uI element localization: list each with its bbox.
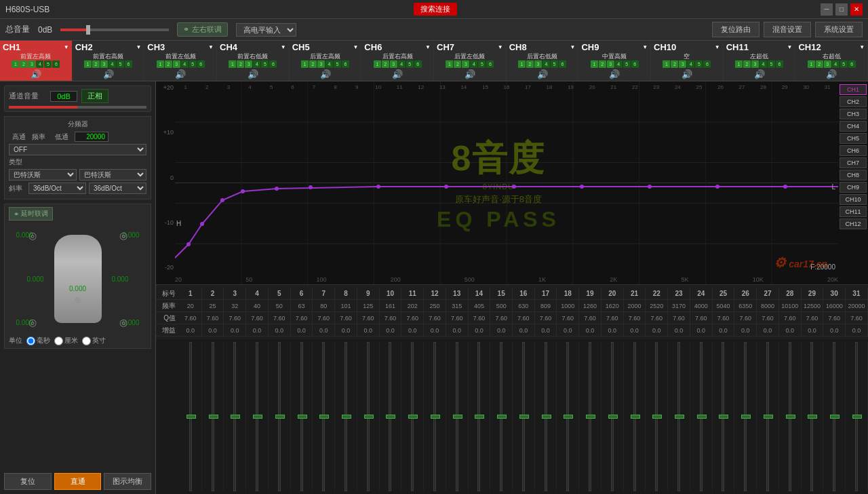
eq-cell-4[interactable]: 50 [269, 300, 291, 311]
eq-cell-14[interactable]: 7.60 [490, 312, 513, 324]
ch-num-1[interactable]: 1 [808, 60, 815, 68]
channel-tab-ch8[interactable]: CH8 ▼ 后置右低频 123456 🔊 [507, 41, 579, 81]
fader-thumb-7[interactable] [319, 415, 329, 419]
fader-thumb-11[interactable] [408, 415, 418, 419]
eq-cell-11[interactable]: 250 [424, 300, 446, 311]
eq-cell-6[interactable]: 0.0 [313, 324, 335, 336]
ch-num-3[interactable]: 3 [100, 60, 108, 68]
ch-num-3[interactable]: 3 [751, 60, 759, 68]
ch-num-3[interactable]: 3 [462, 60, 469, 68]
mute-icon[interactable]: 🔊 [103, 69, 114, 79]
eq-cell-5[interactable]: 7.60 [291, 312, 313, 324]
eq-cell-27[interactable]: 0.0 [779, 324, 802, 336]
ch-num-6[interactable]: 6 [776, 60, 783, 68]
ch-num-2[interactable]: 2 [599, 60, 606, 68]
ch-dropdown-icon[interactable]: ▼ [281, 44, 286, 50]
fader-thumb-29[interactable] [808, 415, 817, 419]
ch-dropdown-icon[interactable]: ▼ [787, 44, 792, 50]
channel-tab-ch4[interactable]: CH4 ▼ 前置右低频 123456 🔊 [217, 41, 290, 81]
eq-cell-9[interactable]: 161 [380, 300, 402, 311]
eq-cell-25[interactable]: 7.60 [734, 312, 757, 324]
eq-cell-25[interactable]: 0.0 [734, 324, 757, 336]
eq-cell-9[interactable]: 7.60 [380, 312, 402, 324]
eq-cell-20[interactable]: 2000 [624, 300, 646, 311]
eq-cell-1[interactable]: 0.0 [202, 324, 224, 336]
eq-cell-11[interactable]: 0.0 [424, 324, 446, 336]
eq-cell-24[interactable]: 0.0 [713, 324, 735, 336]
fader-track-16[interactable] [522, 342, 525, 491]
eq-cell-8[interactable]: 0.0 [357, 324, 380, 336]
ch-dropdown-icon[interactable]: ▼ [715, 44, 720, 50]
mute-icon[interactable]: 🔊 [248, 69, 258, 79]
reset-button[interactable]: 复位 [4, 473, 52, 490]
fader-thumb-3[interactable] [231, 415, 240, 419]
fader-thumb-21[interactable] [631, 415, 640, 419]
fader-track-8[interactable] [344, 342, 347, 491]
ch-num-6[interactable]: 6 [342, 60, 349, 68]
eq-cell-5[interactable]: 0.0 [291, 324, 313, 336]
input-select[interactable]: 高电平输入 [236, 23, 296, 37]
fader-thumb-8[interactable] [342, 415, 351, 419]
fader-track-19[interactable] [589, 342, 591, 491]
mute-icon[interactable]: 🔊 [609, 69, 620, 79]
link-button[interactable]: ⚭ 左右联调 [177, 22, 228, 37]
ch-num-2[interactable]: 2 [237, 60, 244, 68]
eq-cell-6[interactable]: 80 [313, 300, 335, 311]
fader-track-21[interactable] [633, 342, 636, 491]
ch-right-btn-ch12[interactable]: CH12 [840, 218, 867, 229]
ch-num-6[interactable]: 6 [52, 60, 60, 68]
eq-cell-29[interactable]: 7.60 [823, 312, 846, 324]
eq-cell-7[interactable]: 7.60 [335, 312, 357, 324]
ch-num-5[interactable]: 5 [261, 60, 269, 68]
ch-num-5[interactable]: 5 [478, 60, 486, 68]
ch-num-3[interactable]: 3 [679, 60, 686, 68]
eq-cell-26[interactable]: 7.60 [757, 312, 779, 324]
fader-track-4[interactable] [256, 342, 258, 491]
ch-num-2[interactable]: 2 [92, 60, 100, 68]
ch-dropdown-icon[interactable]: ▼ [570, 44, 575, 50]
eq-cell-29[interactable]: 16000 [823, 300, 846, 311]
eq-cell-21[interactable]: 0.0 [646, 324, 668, 336]
ch-dropdown-icon[interactable]: ▼ [425, 44, 431, 50]
eq-cell-26[interactable]: 8000 [757, 300, 779, 311]
eq-cell-12[interactable]: 315 [446, 300, 469, 311]
ch-num-3[interactable]: 3 [824, 60, 831, 68]
ch-num-1[interactable]: 1 [84, 60, 92, 68]
ch-num-6[interactable]: 6 [631, 60, 639, 68]
fader-track-5[interactable] [278, 342, 281, 491]
ch-num-6[interactable]: 6 [848, 60, 856, 68]
eq-cell-21[interactable]: 7.60 [646, 312, 668, 324]
eq-cell-28[interactable]: 12500 [802, 300, 824, 311]
fader-thumb-14[interactable] [475, 415, 484, 419]
ch-num-3[interactable]: 3 [317, 60, 325, 68]
fader-track-11[interactable] [411, 342, 414, 491]
fader-thumb-19[interactable] [586, 415, 595, 419]
eq-cell-16[interactable]: 7.60 [535, 312, 557, 324]
eq-cell-7[interactable]: 101 [335, 300, 357, 311]
eq-cell-22[interactable]: 7.60 [668, 312, 690, 324]
ch-num-4[interactable]: 4 [398, 60, 406, 68]
eq-cell-4[interactable]: 7.60 [269, 312, 291, 324]
fader-track-28[interactable] [789, 342, 791, 491]
unit-ms-option[interactable]: 毫秒 [26, 336, 50, 345]
fader-track-25[interactable] [722, 342, 724, 491]
fader-thumb-10[interactable] [386, 415, 395, 419]
butterworth-select-left[interactable]: 巴特沃斯 [9, 169, 77, 180]
connect-button[interactable]: 搜索连接 [414, 3, 457, 16]
eq-cell-0[interactable]: 20 [180, 300, 202, 311]
mute-icon[interactable]: 🔊 [465, 69, 475, 79]
ch-num-6[interactable]: 6 [197, 60, 205, 68]
ch-num-5[interactable]: 5 [189, 60, 197, 68]
mix-settings-button[interactable]: 混音设置 [764, 22, 811, 37]
eq-cell-10[interactable]: 7.60 [401, 312, 424, 324]
ch-num-5[interactable]: 5 [117, 60, 124, 68]
direct-button[interactable]: 直通 [54, 473, 102, 490]
ch-right-btn-ch3[interactable]: CH3 [840, 109, 867, 119]
ch-num-1[interactable]: 1 [157, 60, 164, 68]
ch-num-2[interactable]: 2 [526, 60, 534, 68]
delay-link-button[interactable]: ⚭ 延时联调 [9, 207, 53, 221]
ch-num-4[interactable]: 4 [181, 60, 189, 68]
ch-num-5[interactable]: 5 [406, 60, 414, 68]
ch-dropdown-icon[interactable]: ▼ [136, 44, 141, 50]
butterworth-select-right[interactable]: 巴特沃斯 [79, 169, 147, 180]
